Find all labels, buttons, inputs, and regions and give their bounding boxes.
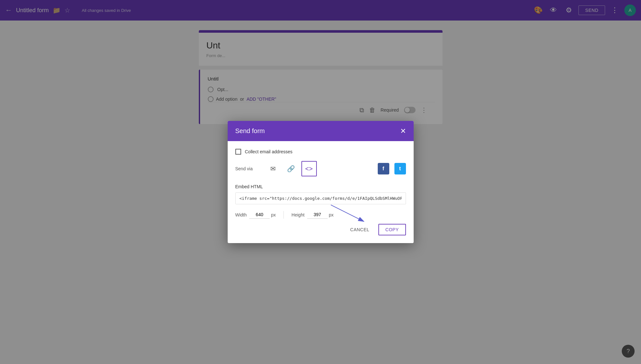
dialog-title: Send form [235,127,265,135]
collect-email-label: Collect email addresses [245,149,293,154]
copy-button[interactable]: COPY [378,224,406,235]
collect-email-checkbox[interactable] [235,149,241,155]
dim-separator [283,211,284,219]
width-input[interactable] [249,211,270,219]
link-icon: 🔗 [287,165,295,173]
dialog-body: Collect email addresses Send via ✉ 🔗 <> [228,141,414,243]
send-form-dialog: Send form ✕ Collect email addresses Send… [228,121,414,243]
embed-html-input[interactable] [235,192,406,204]
width-unit: px [271,212,276,217]
collect-email-row: Collect email addresses [235,149,406,155]
via-embed-button[interactable]: <> [301,161,317,176]
dimensions-row: Width px Height px [235,211,406,219]
overlay: Send form ✕ Collect email addresses Send… [0,0,641,364]
cancel-button[interactable]: CANCEL [344,224,376,235]
send-via-label: Send via [235,166,258,171]
code-icon: <> [305,165,313,173]
twitter-button[interactable]: t [394,163,406,174]
facebook-button[interactable]: f [378,163,389,174]
height-unit: px [329,212,334,217]
via-email-button[interactable]: ✉ [266,161,281,176]
send-via-row: Send via ✉ 🔗 <> f t [235,161,406,176]
close-button[interactable]: ✕ [400,128,406,135]
embed-html-label: Embed HTML [235,184,406,189]
send-via-options: ✉ 🔗 <> f t [266,161,406,176]
height-input[interactable] [307,211,328,219]
dialog-header: Send form ✕ [228,121,414,141]
height-label: Height [291,212,304,217]
social-icons: f t [378,163,406,174]
width-label: Width [235,212,247,217]
dialog-actions: CANCEL COPY [235,224,406,235]
email-icon: ✉ [270,165,276,173]
via-link-button[interactable]: 🔗 [283,161,299,176]
